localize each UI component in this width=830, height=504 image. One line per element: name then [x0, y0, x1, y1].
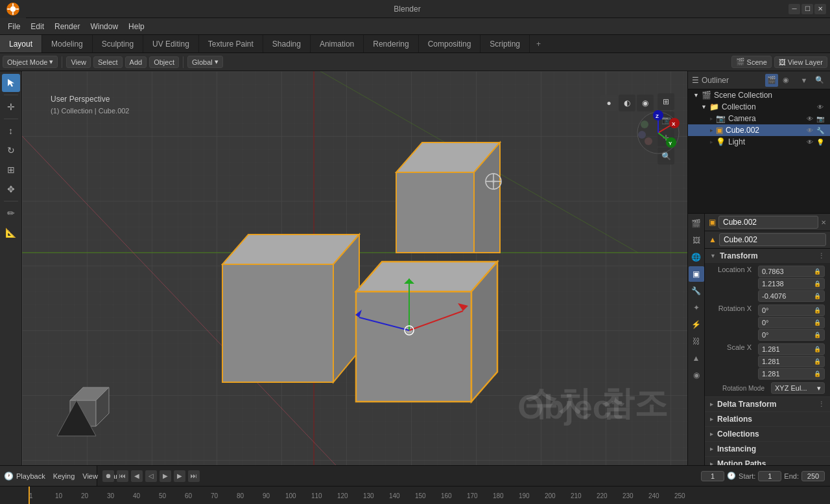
- rotate-tool-button[interactable]: ↻: [2, 141, 20, 159]
- prop-object-name[interactable]: Cube.002: [718, 216, 818, 229]
- tab-uv-editing[interactable]: UV Editing: [143, 35, 199, 52]
- view-layer-selector[interactable]: 🖼 View Layer: [774, 56, 827, 68]
- prop-icon-world[interactable]: 🌐: [689, 249, 704, 265]
- location-y-input[interactable]: 1.2138 🔒: [758, 278, 825, 290]
- tab-sculpting[interactable]: Sculpting: [93, 35, 143, 52]
- prop-icon-particles[interactable]: ✦: [689, 300, 704, 315]
- select-menu[interactable]: Select: [93, 56, 123, 68]
- outliner-filter-button[interactable]: ▼: [798, 74, 811, 87]
- prop-icon-renderlayer[interactable]: 🖼: [689, 233, 704, 248]
- tl-play-button[interactable]: ▶: [160, 470, 171, 482]
- menu-edit[interactable]: Edit: [25, 20, 49, 33]
- tl-prev-keyframe-button[interactable]: ⏮: [117, 470, 128, 482]
- annotate-tool-button[interactable]: ✏: [2, 204, 20, 222]
- tl-next-keyframe-button[interactable]: ⏭: [188, 470, 200, 482]
- scale-y-input[interactable]: 1.281 🔒: [758, 356, 825, 367]
- prop-icon-object[interactable]: ▣: [689, 266, 704, 282]
- tl-next-frame-button[interactable]: ▶: [174, 470, 185, 482]
- tab-modeling[interactable]: Modeling: [42, 35, 93, 52]
- minimize-button[interactable]: ─: [788, 4, 800, 14]
- outliner-search-button[interactable]: 🔍: [813, 74, 826, 87]
- delta-transform-header[interactable]: ▸ Delta Transform ⋮: [705, 397, 830, 411]
- close-button[interactable]: ✕: [814, 4, 826, 14]
- scene-selector[interactable]: 🎬 Scene: [731, 56, 772, 68]
- cube-eye-icon[interactable]: 👁: [805, 126, 814, 135]
- tl-record-button[interactable]: ⏺: [102, 470, 114, 482]
- rotation-x-input[interactable]: 0° 🔒: [758, 304, 825, 316]
- viewport-grid-button[interactable]: ⊞: [658, 93, 674, 110]
- measure-tool-button[interactable]: 📐: [2, 223, 20, 242]
- render-mode-solid[interactable]: ●: [600, 95, 617, 111]
- render-mode-material[interactable]: ◐: [619, 95, 635, 111]
- object-mode-selector[interactable]: Object Mode ▾: [3, 56, 58, 68]
- outliner-item-camera[interactable]: ▸ 📷 Camera 👁 📷: [688, 113, 830, 124]
- viewport-3d[interactable]: X Y Z ⊞ 📷 ✛ 🔍 ● ◐ ◉: [22, 71, 687, 465]
- motion-paths-header[interactable]: ▸ Motion Paths: [705, 457, 830, 465]
- light-eye-icon[interactable]: 👁: [805, 137, 814, 146]
- rotation-z-input[interactable]: 0° 🔒: [758, 329, 825, 341]
- tl-prev-frame-button[interactable]: ◀: [131, 470, 143, 482]
- select-tool-button[interactable]: [2, 74, 20, 92]
- tl-view-label[interactable]: View: [82, 472, 98, 480]
- location-z-input[interactable]: -0.4076 🔒: [758, 290, 825, 302]
- prop-icon-physics[interactable]: ⚡: [689, 317, 704, 332]
- cube-render-icon[interactable]: 🔧: [816, 126, 825, 135]
- cube-left[interactable]: [222, 235, 359, 382]
- tab-compositing[interactable]: Compositing: [419, 35, 481, 52]
- transform-section-header[interactable]: ▼ Transform ⋮: [705, 249, 830, 263]
- tl-play-back-button[interactable]: ◁: [145, 470, 157, 482]
- object-menu[interactable]: Object: [149, 56, 179, 68]
- cube-top-right[interactable]: [396, 143, 501, 253]
- outliner-scene-view[interactable]: 🎬: [765, 74, 778, 87]
- tl-start-frame[interactable]: 1: [758, 471, 781, 481]
- outliner-item-light[interactable]: ▸ 💡 Light 👁 💡: [688, 136, 830, 148]
- prop-icon-data[interactable]: ▲: [689, 350, 704, 366]
- scale-x-input[interactable]: 1.281 🔒: [758, 343, 825, 355]
- tab-scripting[interactable]: Scripting: [480, 35, 530, 52]
- tl-end-frame[interactable]: 250: [801, 471, 825, 481]
- cube-center-selected[interactable]: [355, 262, 497, 402]
- transform-dot-menu[interactable]: ⋮: [818, 252, 825, 260]
- camera-render-icon[interactable]: 📷: [816, 114, 825, 123]
- render-mode-rendered[interactable]: ◉: [637, 95, 654, 111]
- tl-keying-label[interactable]: Keying: [53, 472, 75, 480]
- outliner-other-view[interactable]: ◉: [779, 74, 792, 87]
- tab-rendering[interactable]: Rendering: [364, 35, 418, 52]
- tab-add-button[interactable]: +: [530, 35, 547, 52]
- menu-render[interactable]: Render: [49, 20, 85, 33]
- menu-file[interactable]: File: [3, 20, 25, 33]
- prop-data-name[interactable]: Cube.002: [719, 233, 826, 246]
- scale-z-input[interactable]: 1.281 🔒: [758, 368, 825, 380]
- instancing-header[interactable]: ▸ Instancing: [705, 442, 830, 456]
- camera-eye-icon[interactable]: 👁: [805, 114, 814, 123]
- collection-eye-icon[interactable]: 👁: [816, 102, 825, 111]
- outliner-item-cube002[interactable]: ▸ ▣ Cube.002 👁 🔧: [688, 124, 830, 136]
- light-render-icon[interactable]: 💡: [816, 137, 825, 146]
- scene-collection-root[interactable]: ▼ 🎬 Scene Collection: [688, 89, 830, 101]
- prop-icon-modifier[interactable]: 🔧: [689, 283, 704, 299]
- navigation-gizmo[interactable]: X Y Z: [635, 110, 681, 155]
- tab-texture-paint[interactable]: Texture Paint: [199, 35, 263, 52]
- prop-icon-constraint[interactable]: ⛓: [689, 334, 704, 349]
- outliner-item-collection[interactable]: ▼ 📁 Collection 👁: [688, 101, 830, 113]
- transform-orientation[interactable]: Global ▾: [187, 56, 223, 68]
- menu-window[interactable]: Window: [85, 20, 123, 33]
- tab-layout[interactable]: Layout: [0, 35, 42, 52]
- prop-link-icon[interactable]: ✕: [821, 219, 826, 226]
- tl-current-frame[interactable]: 1: [701, 471, 724, 481]
- collections-header[interactable]: ▸ Collections: [705, 427, 830, 441]
- tl-playback-label[interactable]: Playback: [16, 472, 45, 480]
- frame-ruler[interactable]: 1 10 20 30 40 50 60 70 80 90 100 110 120…: [0, 486, 830, 504]
- add-menu[interactable]: Add: [125, 56, 147, 68]
- cursor-tool-button[interactable]: ✛: [2, 98, 20, 116]
- tab-shading[interactable]: Shading: [263, 35, 311, 52]
- prop-icon-material[interactable]: ◉: [689, 367, 704, 383]
- transform-tool-button[interactable]: ✥: [2, 180, 20, 198]
- delta-dot-menu[interactable]: ⋮: [818, 400, 825, 409]
- move-tool-button[interactable]: ↕: [2, 122, 20, 140]
- rotation-y-input[interactable]: 0° 🔒: [758, 317, 825, 328]
- scale-tool-button[interactable]: ⊞: [2, 161, 20, 179]
- tab-animation[interactable]: Animation: [311, 35, 364, 52]
- restore-button[interactable]: ☐: [801, 4, 813, 14]
- relations-header[interactable]: ▸ Relations: [705, 412, 830, 426]
